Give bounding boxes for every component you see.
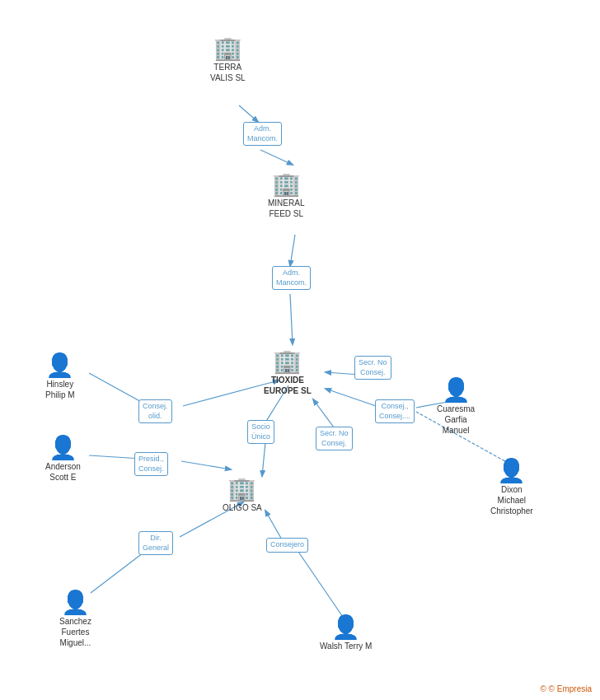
- relation-presid-consej: Presid.,Consej.: [134, 452, 168, 476]
- relation-consej-solid: Consej.olid.: [138, 399, 172, 423]
- node-hinsley[interactable]: 👤 HinsleyPhilip M: [45, 354, 75, 400]
- diagram-container: 🏢 TERRAVALIS SL 🏢 MINERALFEED SL 🏢 TIOXI…: [0, 0, 600, 700]
- label-cuaresma: CuaresmaGarfiaManuel: [437, 404, 475, 436]
- svg-line-16: [297, 549, 346, 622]
- relation-consej-consej: Consej.,Consej....: [375, 399, 415, 423]
- person-icon-dixon: 👤: [497, 460, 526, 483]
- node-dixon[interactable]: 👤 DixonMichaelChristopher: [490, 460, 533, 516]
- watermark: © © Empresia: [540, 684, 592, 693]
- node-cuaresma[interactable]: 👤 CuaresmaGarfiaManuel: [437, 379, 475, 436]
- person-icon-sanchez: 👤: [61, 591, 90, 614]
- svg-line-4: [89, 373, 144, 404]
- relation-secr-no-consej-2: Secr. NoConsej.: [316, 427, 353, 450]
- svg-line-3: [290, 294, 293, 344]
- svg-line-8: [262, 442, 265, 476]
- svg-line-11: [326, 389, 381, 408]
- label-tioxide: TIOXIDEEUROPE SL: [264, 375, 312, 396]
- node-walsh[interactable]: 👤 Walsh Terry M: [320, 616, 372, 651]
- building-icon-mineral: 🏢: [272, 173, 301, 196]
- person-icon-anderson: 👤: [49, 436, 77, 460]
- node-terra-valis: 🏢 TERRAVALIS SL: [210, 37, 246, 83]
- node-oligo[interactable]: 🏢 OLIGO SA: [223, 478, 262, 513]
- label-sanchez: SanchezFuertesMiguel...: [59, 616, 91, 648]
- label-walsh: Walsh Terry M: [320, 641, 372, 651]
- label-hinsley: HinsleyPhilip M: [45, 379, 75, 400]
- label-mineral-feed: MINERALFEED SL: [268, 198, 304, 219]
- building-icon-tioxide: 🏢: [273, 350, 302, 373]
- svg-line-2: [290, 235, 295, 266]
- svg-line-1: [260, 150, 293, 165]
- relation-consejero: Consejero: [266, 538, 308, 553]
- relation-adm-mancom-1: Adm.Mancom.: [243, 122, 282, 146]
- node-mineral-feed: 🏢 MINERALFEED SL: [268, 173, 304, 219]
- svg-line-0: [239, 105, 258, 122]
- building-icon-terra: 🏢: [213, 37, 242, 60]
- person-icon-walsh: 👤: [331, 616, 360, 639]
- svg-line-7: [181, 461, 231, 469]
- label-oligo: OLIGO SA: [223, 502, 262, 513]
- svg-line-14: [91, 550, 147, 593]
- node-sanchez[interactable]: 👤 SanchezFuertesMiguel...: [59, 591, 91, 648]
- relation-socio-unico: SocioÚnico: [247, 420, 274, 444]
- svg-line-17: [265, 511, 283, 541]
- person-icon-hinsley: 👤: [45, 354, 74, 377]
- relation-secr-no-consej-1: Secr. NoConsej.: [354, 356, 391, 380]
- building-icon-oligo: 🏢: [227, 478, 256, 501]
- node-anderson[interactable]: 👤 AndersonScott E: [45, 436, 81, 483]
- label-dixon: DixonMichaelChristopher: [490, 484, 533, 516]
- relation-dir-general: Dir.General: [138, 531, 173, 555]
- relation-adm-mancom-2: Adm.Mancom.: [272, 266, 311, 290]
- label-anderson: AndersonScott E: [45, 461, 81, 483]
- node-tioxide[interactable]: 🏢 TIOXIDEEUROPE SL: [264, 350, 312, 396]
- person-icon-cuaresma: 👤: [442, 379, 471, 402]
- label-terra-valis: TERRAVALIS SL: [210, 62, 246, 83]
